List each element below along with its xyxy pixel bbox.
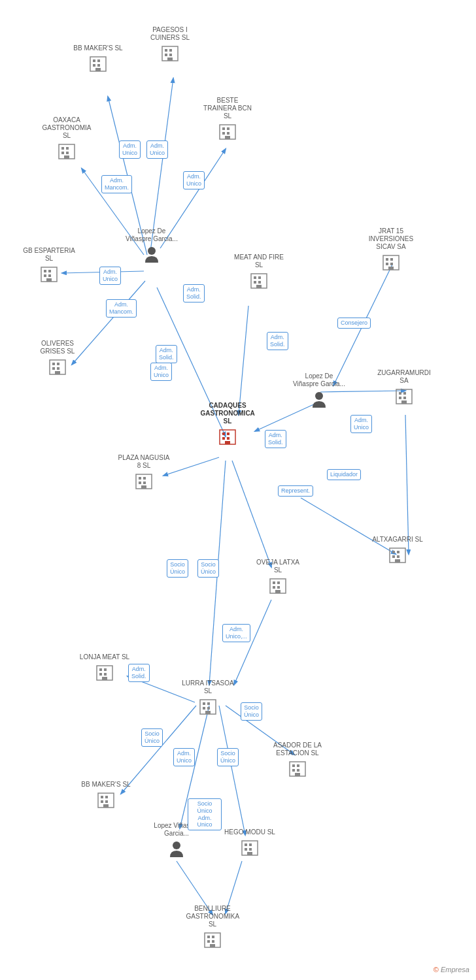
badge-represent[interactable]: Represent. [278, 485, 313, 497]
svg-rect-123 [101, 800, 103, 803]
svg-rect-44 [66, 147, 69, 150]
svg-rect-25 [93, 59, 95, 62]
node-bb-makers-top[interactable]: BB MAKER'S SL [72, 44, 124, 73]
badge-adm-unico-oliveres[interactable]: Adm.Unico [150, 363, 172, 381]
svg-rect-33 [165, 54, 167, 56]
svg-rect-67 [399, 392, 401, 395]
svg-rect-71 [401, 400, 407, 404]
node-meat-and-fire[interactable]: MEAT AND FIRE SL [233, 253, 285, 290]
svg-rect-73 [254, 276, 256, 279]
badge-adm-unico-oveja[interactable]: Adm.Unico,... [222, 624, 250, 642]
badge-liquidador[interactable]: Liquidador [327, 469, 361, 480]
svg-line-23 [234, 600, 271, 685]
badge-socio-unico-asador[interactable]: SocioÚnico [217, 748, 239, 766]
svg-rect-105 [99, 673, 102, 676]
node-zugarramurdi[interactable]: ZUGARRAMURDI SA [378, 369, 430, 406]
svg-rect-99 [273, 586, 275, 589]
svg-rect-52 [48, 274, 51, 277]
badge-adm-unico-gb[interactable]: Adm.Unico [99, 267, 121, 285]
node-benlliure[interactable]: BENLLIURE GASTRONOMIKA SL [186, 905, 239, 949]
svg-rect-26 [97, 59, 100, 62]
svg-rect-98 [277, 581, 280, 584]
svg-rect-106 [104, 673, 107, 676]
svg-rect-130 [249, 848, 252, 851]
node-lurra-itsasoa[interactable]: LURRA ITSASOA SL [182, 679, 234, 716]
svg-line-1 [150, 78, 173, 252]
badge-socio-unico-1[interactable]: SocioÚnico [167, 559, 188, 578]
diagram-container: BB MAKER'S SL PAGESOS I CUINERS SL BESTE… [0, 0, 476, 980]
svg-rect-41 [225, 136, 230, 139]
svg-rect-109 [203, 702, 205, 705]
node-lopez2[interactable]: Lopez De Viñaspre Garcia... [293, 372, 345, 409]
badge-adm-solid-meat[interactable]: Adm.Solid. [267, 332, 288, 350]
building-icon [48, 357, 67, 376]
node-oaxaca[interactable]: OAXACA GASTRONOMIA SL [41, 116, 93, 161]
badge-adm-mancom-2[interactable]: Adm.Mancom. [106, 299, 137, 318]
badge-socio-unico-adm-hego[interactable]: SocioÚnicoAdm.Unico [188, 798, 222, 830]
building-icon [96, 790, 116, 809]
node-asador-estacion[interactable]: ASADOR DE LA ESTACION SL [271, 742, 324, 778]
badge-adm-solid-lonja[interactable]: Adm.Solid. [128, 664, 150, 682]
svg-rect-127 [245, 843, 247, 846]
svg-rect-34 [169, 54, 172, 56]
svg-line-7 [163, 457, 219, 476]
svg-rect-43 [61, 147, 64, 150]
svg-rect-76 [258, 281, 261, 284]
badge-consejero[interactable]: Consejero [337, 318, 371, 329]
svg-rect-59 [55, 371, 60, 374]
svg-rect-85 [139, 477, 141, 480]
svg-point-139 [315, 392, 323, 400]
svg-rect-91 [392, 551, 395, 553]
badge-adm-unico-beste[interactable]: Adm.Unico [183, 171, 205, 189]
svg-rect-31 [165, 49, 167, 52]
node-oliveres-grises[interactable]: OLIVERES GRISES SL [31, 340, 84, 376]
svg-rect-122 [105, 796, 108, 798]
svg-rect-103 [99, 668, 102, 671]
badge-adm-solid-cadaques[interactable]: Adm.Solid. [265, 430, 286, 448]
node-altxagarri[interactable]: ALTXAGARRI SL [371, 536, 424, 564]
node-jrat15[interactable]: JRAT 15 INVERSIONES SICAV SA [365, 227, 417, 272]
node-hego-modu[interactable]: HEGO MODU SL [224, 828, 276, 857]
svg-rect-28 [97, 64, 100, 67]
svg-rect-104 [104, 668, 107, 671]
svg-point-138 [148, 247, 156, 255]
svg-rect-86 [143, 477, 146, 480]
node-cadaques[interactable]: CADAQUES GASTRONOMICA SL [201, 402, 254, 446]
svg-rect-56 [57, 363, 60, 365]
node-lonja-meat[interactable]: LONJA MEAT SL [78, 653, 131, 682]
svg-rect-94 [397, 555, 400, 558]
svg-rect-93 [392, 555, 395, 558]
node-plaza-nagusia[interactable]: PLAZA NAGUSIA 8 SL [118, 454, 170, 491]
badge-adm-solid-oliveres[interactable]: Adm.Solid. [156, 345, 177, 363]
svg-rect-118 [297, 769, 299, 772]
svg-rect-111 [203, 707, 205, 710]
badge-adm-unico-1[interactable]: Adm.Unico [119, 140, 141, 159]
svg-rect-58 [57, 367, 60, 370]
building-icon [198, 696, 218, 716]
building-icon [39, 264, 59, 284]
node-bb-makers-bottom[interactable]: BB MAKER'S SL [80, 781, 132, 809]
svg-rect-115 [292, 764, 295, 767]
badge-adm-unico-lurra[interactable]: Adm.Unico [173, 748, 195, 766]
node-gb-esparteria[interactable]: GB ESPARTERIA SL [23, 247, 75, 284]
badge-socio-unico-2[interactable]: SocioÚnico [197, 559, 219, 578]
svg-point-140 [173, 841, 180, 849]
node-pagesos[interactable]: PAGESOS I CUINERS SL [144, 26, 196, 63]
svg-rect-69 [399, 397, 401, 399]
svg-rect-27 [93, 64, 95, 67]
svg-rect-97 [273, 581, 275, 584]
svg-rect-35 [167, 57, 173, 61]
badge-adm-solid-1[interactable]: Adm.Solid. [183, 284, 205, 302]
badge-adm-unico-zugar[interactable]: Adm.Unico [350, 415, 372, 433]
badge-adm-unico-2[interactable]: Adm.Unico [146, 140, 168, 159]
svg-rect-107 [102, 677, 107, 680]
badge-socio-unico-bb2[interactable]: SocioÚnico [141, 728, 163, 747]
node-oveja-latxa[interactable]: OVEJA LATXA SL [252, 559, 304, 595]
svg-rect-65 [388, 267, 394, 270]
svg-rect-135 [207, 940, 210, 943]
badge-socio-unico-lurra[interactable]: SocioÚnico [241, 702, 262, 721]
node-beste-trainera[interactable]: BESTE TRAINERA BCN SL [201, 97, 254, 141]
node-lopez1[interactable]: Lopez De Viñaspre Garcia... [126, 227, 178, 264]
building-icon-highlight [218, 427, 237, 446]
badge-adm-mancom-1[interactable]: Adm.Mancom. [101, 175, 132, 193]
